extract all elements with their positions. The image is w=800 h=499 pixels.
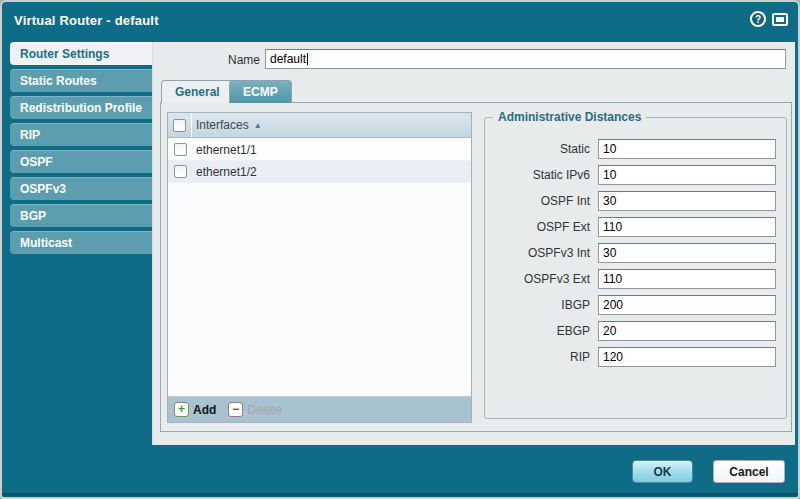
interface-row-ethernet1-2[interactable]: ethernet1/2 [168, 161, 471, 183]
cancel-button[interactable]: Cancel [713, 460, 785, 483]
interfaces-list: Interfaces ▲ ethernet1/1 ethernet1/2 [167, 112, 472, 423]
field-row-static-ipv6: Static IPv6 [485, 165, 786, 185]
select-all-checkbox[interactable] [173, 119, 186, 132]
interface-row-ethernet1-1[interactable]: ethernet1/1 [168, 139, 471, 161]
ospf-ext-input[interactable] [598, 217, 776, 237]
add-button[interactable]: + Add [174, 402, 216, 417]
text-caret [307, 53, 308, 65]
add-button-label: Add [193, 403, 216, 417]
name-value: default [270, 52, 306, 66]
field-row-ebgp: EBGP [485, 321, 786, 341]
sidebar: Router Settings Static Routes Redistribu… [10, 42, 152, 258]
row-checkbox-cell [168, 161, 192, 182]
field-row-ospf-ext: OSPF Ext [485, 217, 786, 237]
sidebar-item-bgp[interactable]: BGP [10, 204, 152, 227]
minus-icon: − [228, 402, 243, 417]
ospfv3-int-label: OSPFv3 Int [485, 246, 590, 260]
static-ipv6-input[interactable] [598, 165, 776, 185]
titlebar-icons: ? [750, 11, 788, 27]
ibgp-input[interactable] [598, 295, 776, 315]
titlebar: Virtual Router - default ? [2, 2, 798, 40]
sidebar-item-rip[interactable]: RIP [10, 123, 152, 146]
ospfv3-int-input[interactable] [598, 243, 776, 263]
row-checkbox[interactable] [174, 143, 187, 156]
row-checkbox-cell [168, 139, 192, 160]
field-row-rip: RIP [485, 347, 786, 367]
ibgp-label: IBGP [485, 298, 590, 312]
sidebar-item-router-settings[interactable]: Router Settings [10, 42, 152, 65]
ospf-ext-label: OSPF Ext [485, 220, 590, 234]
interface-name: ethernet1/2 [196, 165, 257, 179]
sidebar-item-multicast[interactable]: Multicast [10, 231, 152, 254]
ok-button[interactable]: OK [632, 460, 693, 483]
row-checkbox[interactable] [174, 165, 187, 178]
ebgp-label: EBGP [485, 324, 590, 338]
field-row-ospfv3-ext: OSPFv3 Ext [485, 269, 786, 289]
help-icon[interactable]: ? [750, 11, 766, 27]
sidebar-item-redistribution-profile[interactable]: Redistribution Profile [10, 96, 152, 119]
general-tab-panel: Interfaces ▲ ethernet1/1 ethernet1/2 [160, 102, 792, 432]
sidebar-item-ospfv3[interactable]: OSPFv3 [10, 177, 152, 200]
interfaces-toolbar: + Add − Delete [168, 396, 471, 422]
ospfv3-ext-label: OSPFv3 Ext [485, 272, 590, 286]
field-row-static: Static [485, 139, 786, 159]
delete-button[interactable]: − Delete [228, 402, 282, 417]
content-panel: Name default General ECMP Interfaces ▲ [152, 42, 795, 445]
ospfv3-ext-input[interactable] [598, 269, 776, 289]
administrative-distances-legend: Administrative Distances [493, 110, 646, 124]
tab-ecmp[interactable]: ECMP [229, 80, 292, 103]
ospf-int-label: OSPF Int [485, 194, 590, 208]
header-checkbox-cell [168, 113, 192, 137]
rip-input[interactable] [598, 347, 776, 367]
delete-button-label: Delete [247, 403, 282, 417]
virtual-router-dialog: Virtual Router - default ? Router Settin… [0, 0, 800, 499]
static-input[interactable] [598, 139, 776, 159]
administrative-distances-group: Administrative Distances Static Static I… [484, 117, 787, 419]
interface-name: ethernet1/1 [196, 143, 257, 157]
name-input[interactable]: default [265, 49, 786, 69]
field-row-ospf-int: OSPF Int [485, 191, 786, 211]
static-ipv6-label: Static IPv6 [485, 168, 590, 182]
ospf-int-input[interactable] [598, 191, 776, 211]
plus-icon: + [174, 402, 189, 417]
sort-ascending-icon: ▲ [254, 121, 262, 130]
page-title: Virtual Router - default [14, 13, 159, 28]
field-row-ospfv3-int: OSPFv3 Int [485, 243, 786, 263]
screen: Virtual Router - default ? Router Settin… [0, 0, 800, 499]
window-icon[interactable] [772, 13, 788, 26]
sidebar-item-ospf[interactable]: OSPF [10, 150, 152, 173]
ebgp-input[interactable] [598, 321, 776, 341]
name-label: Name [160, 53, 260, 67]
interfaces-header-label: Interfaces [196, 118, 249, 132]
dialog-bottom-shadow [2, 493, 798, 497]
static-label: Static [485, 142, 590, 156]
tab-general[interactable]: General [161, 80, 234, 103]
interfaces-column-header[interactable]: Interfaces ▲ [168, 113, 471, 138]
field-row-ibgp: IBGP [485, 295, 786, 315]
sidebar-item-static-routes[interactable]: Static Routes [10, 69, 152, 92]
rip-label: RIP [485, 350, 590, 364]
